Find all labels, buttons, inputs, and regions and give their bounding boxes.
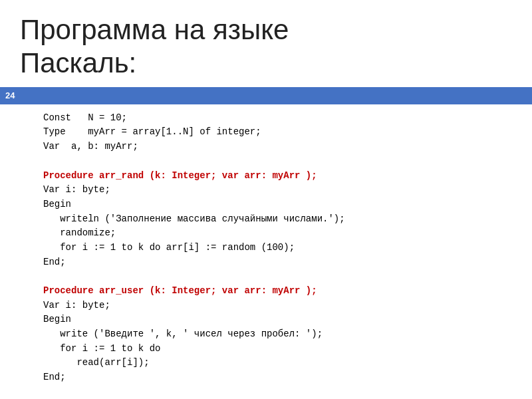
code-line: read(arr[i]); bbox=[43, 356, 512, 370]
title-section: Программа на языке Паскаль: bbox=[0, 0, 532, 87]
code-line: Const N = 10; bbox=[43, 111, 512, 126]
code-line bbox=[43, 269, 512, 284]
code-line: Var i: byte; bbox=[43, 299, 512, 313]
title-line2: Паскаль: bbox=[20, 47, 136, 78]
code-line: End; bbox=[43, 370, 512, 385]
code-line: Begin bbox=[43, 198, 512, 212]
code-line: write ('Введите ', k, ' чисел через проб… bbox=[43, 327, 512, 342]
slide-container: Программа на языке Паскаль: 24 Const N =… bbox=[0, 0, 532, 399]
title-line1: Программа на языке bbox=[20, 14, 289, 45]
code-line: Begin bbox=[43, 313, 512, 327]
code-line bbox=[43, 154, 512, 169]
code-line: Procedure arr_user (k: Integer; var arr:… bbox=[43, 284, 512, 299]
code-line: Var a, b: myArr; bbox=[43, 140, 512, 154]
code-line: for i := 1 to k do bbox=[43, 342, 512, 356]
code-line: Var i: byte; bbox=[43, 183, 512, 198]
slide-number: 24 bbox=[5, 90, 15, 100]
code-line: End; bbox=[43, 255, 512, 270]
code-line: randomize; bbox=[43, 226, 512, 241]
code-block: Const N = 10;Type myArr = array[1..N] of… bbox=[43, 111, 512, 385]
slide-number-bar: 24 bbox=[0, 87, 532, 104]
code-line: Procedure arr_rand (k: Integer; var arr:… bbox=[43, 169, 512, 184]
code-line: writeln ('Заполнение массива случайными … bbox=[43, 212, 512, 227]
code-section: Const N = 10;Type myArr = array[1..N] of… bbox=[0, 104, 532, 399]
code-line: for i := 1 to k do arr[i] := random (100… bbox=[43, 241, 512, 255]
code-line: Type myArr = array[1..N] of integer; bbox=[43, 125, 512, 140]
slide-title: Программа на языке Паскаль: bbox=[20, 13, 512, 80]
